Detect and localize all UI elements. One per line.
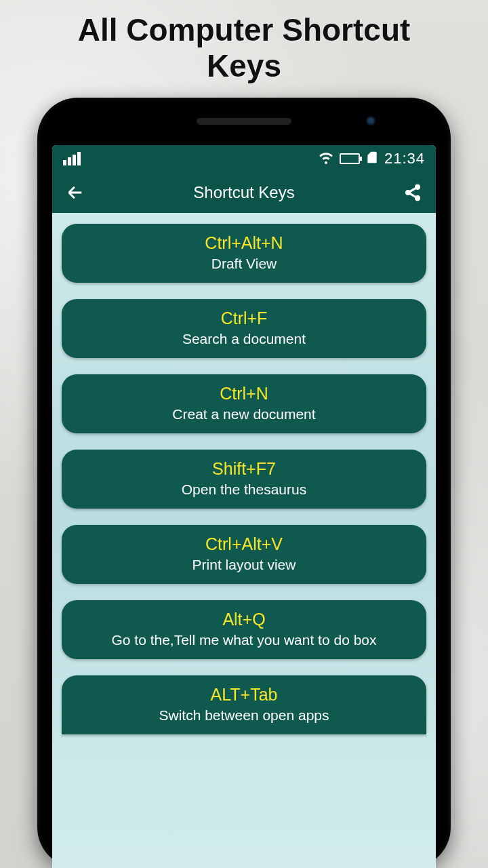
sim-icon: [365, 151, 379, 167]
shortcut-card[interactable]: Ctrl+Alt+N Draft View: [62, 224, 426, 283]
status-bar: 21:34: [52, 145, 436, 172]
shortcut-card[interactable]: Ctrl+N Creat a new document: [62, 374, 426, 433]
title-line-1: All Computer Shortcut: [78, 12, 411, 47]
shortcut-desc: Open the thesaurus: [68, 481, 420, 498]
shortcut-key: Ctrl+F: [68, 309, 420, 328]
shortcut-card[interactable]: Alt+Q Go to the,Tell me what you want to…: [62, 600, 426, 659]
status-right: 21:34: [318, 149, 425, 168]
phone-frame: 21:34 Shortcut Keys Ctrl+Alt+N Draft Vie…: [37, 98, 451, 868]
battery-icon: [340, 153, 360, 164]
share-button[interactable]: [401, 180, 425, 205]
phone-camera: [365, 115, 376, 126]
shortcut-desc: Print layout view: [68, 557, 420, 573]
shortcut-desc: Creat a new document: [68, 406, 420, 422]
shortcut-key: Ctrl+Alt+V: [68, 534, 420, 554]
shortcut-desc: Search a document: [68, 331, 420, 347]
shortcut-card[interactable]: Ctrl+F Search a document: [62, 299, 426, 358]
app-title: Shortcut Keys: [98, 183, 390, 202]
arrow-left-icon: [66, 183, 85, 202]
shortcut-key: Alt+Q: [68, 610, 420, 629]
share-icon: [403, 183, 422, 202]
shortcut-desc: Go to the,Tell me what you want to do bo…: [68, 632, 420, 648]
title-line-2: Keys: [207, 48, 281, 83]
shortcut-key: Shift+F7: [68, 459, 420, 479]
shortcut-card[interactable]: Ctrl+Alt+V Print layout view: [62, 525, 426, 584]
shortcut-list[interactable]: Ctrl+Alt+N Draft View Ctrl+F Search a do…: [52, 213, 436, 868]
shortcut-key: ALT+Tab: [68, 685, 420, 705]
page-title: All Computer Shortcut Keys: [78, 12, 411, 84]
signal-icon: [63, 152, 81, 165]
shortcut-card[interactable]: Shift+F7 Open the thesaurus: [62, 450, 426, 509]
shortcut-key: Ctrl+Alt+N: [68, 233, 420, 253]
wifi-icon: [318, 149, 334, 168]
clock: 21:34: [384, 150, 425, 167]
shortcut-desc: Switch between open apps: [68, 707, 420, 724]
back-button[interactable]: [63, 180, 87, 205]
shortcut-key: Ctrl+N: [68, 384, 420, 403]
status-left: [63, 152, 81, 165]
shortcut-card[interactable]: ALT+Tab Switch between open apps: [62, 675, 426, 734]
app-bar: Shortcut Keys: [52, 172, 436, 213]
phone-screen: 21:34 Shortcut Keys Ctrl+Alt+N Draft Vie…: [52, 145, 436, 868]
phone-speaker: [197, 118, 291, 125]
shortcut-desc: Draft View: [68, 256, 420, 272]
